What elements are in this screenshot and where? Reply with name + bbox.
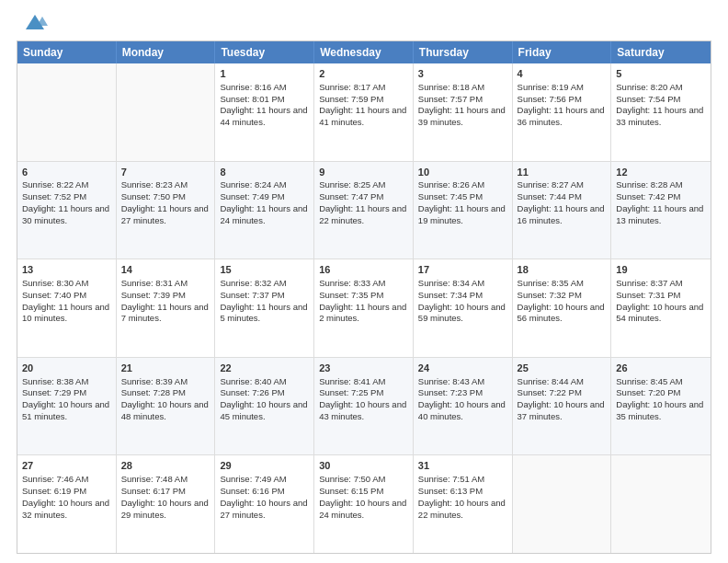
calendar-cell [117,63,216,161]
calendar-cell: 26Sunrise: 8:45 AM Sunset: 7:20 PM Dayli… [611,358,711,455]
day-info: Sunrise: 8:35 AM Sunset: 7:32 PM Dayligh… [518,278,605,323]
day-info: Sunrise: 7:46 AM Sunset: 6:19 PM Dayligh… [22,474,109,519]
day-number: 9 [319,166,408,179]
header-day-tuesday: Tuesday [215,41,314,63]
day-number: 3 [418,67,507,81]
calendar-cell: 18Sunrise: 8:35 AM Sunset: 7:32 PM Dayli… [513,259,612,357]
calendar-cell: 30Sunrise: 7:50 AM Sunset: 6:15 PM Dayli… [314,455,414,553]
day-info: Sunrise: 7:49 AM Sunset: 6:16 PM Dayligh… [220,474,307,519]
day-number: 21 [121,362,210,375]
calendar-cell: 6Sunrise: 8:22 AM Sunset: 7:52 PM Daylig… [17,162,117,259]
header [17,15,711,37]
day-number: 14 [121,263,210,277]
day-number: 24 [418,362,507,375]
calendar-cell: 16Sunrise: 8:33 AM Sunset: 7:35 PM Dayli… [314,259,414,357]
calendar-week-1: 1Sunrise: 8:16 AM Sunset: 8:01 PM Daylig… [17,63,711,161]
day-info: Sunrise: 8:44 AM Sunset: 7:22 PM Dayligh… [518,376,605,421]
day-number: 5 [616,67,706,81]
header-day-friday: Friday [513,41,612,63]
header-day-sunday: Sunday [17,41,117,63]
header-day-saturday: Saturday [611,41,711,63]
calendar-cell: 12Sunrise: 8:28 AM Sunset: 7:42 PM Dayli… [611,162,711,259]
day-info: Sunrise: 8:25 AM Sunset: 7:47 PM Dayligh… [319,179,406,224]
header-day-wednesday: Wednesday [314,41,414,63]
day-info: Sunrise: 8:38 AM Sunset: 7:29 PM Dayligh… [22,376,109,421]
calendar-cell: 5Sunrise: 8:20 AM Sunset: 7:54 PM Daylig… [611,63,711,161]
day-info: Sunrise: 8:41 AM Sunset: 7:25 PM Dayligh… [319,376,406,421]
day-info: Sunrise: 8:17 AM Sunset: 7:59 PM Dayligh… [319,82,406,127]
day-number: 11 [518,166,607,179]
calendar-cell: 21Sunrise: 8:39 AM Sunset: 7:28 PM Dayli… [117,358,216,455]
day-info: Sunrise: 8:39 AM Sunset: 7:28 PM Dayligh… [121,376,209,421]
day-info: Sunrise: 8:26 AM Sunset: 7:45 PM Dayligh… [418,179,506,224]
day-info: Sunrise: 7:51 AM Sunset: 6:13 PM Dayligh… [418,474,506,519]
calendar-cell: 1Sunrise: 8:16 AM Sunset: 8:01 PM Daylig… [215,63,314,161]
day-info: Sunrise: 8:19 AM Sunset: 7:56 PM Dayligh… [518,82,605,127]
day-number: 29 [220,459,309,473]
calendar-cell: 3Sunrise: 8:18 AM Sunset: 7:57 PM Daylig… [414,63,513,161]
day-number: 25 [518,362,607,375]
day-number: 30 [319,459,408,473]
calendar-week-3: 13Sunrise: 8:30 AM Sunset: 7:40 PM Dayli… [17,259,711,357]
calendar: SundayMondayTuesdayWednesdayThursdayFrid… [17,40,711,554]
calendar-cell [513,455,612,553]
header-day-monday: Monday [117,41,216,63]
day-info: Sunrise: 8:30 AM Sunset: 7:40 PM Dayligh… [22,278,109,323]
day-info: Sunrise: 8:32 AM Sunset: 7:37 PM Dayligh… [220,278,307,323]
calendar-cell: 22Sunrise: 8:40 AM Sunset: 7:26 PM Dayli… [215,358,314,455]
calendar-cell: 11Sunrise: 8:27 AM Sunset: 7:44 PM Dayli… [513,162,612,259]
calendar-cell: 10Sunrise: 8:26 AM Sunset: 7:45 PM Dayli… [414,162,513,259]
logo [17,15,50,37]
calendar-cell: 31Sunrise: 7:51 AM Sunset: 6:13 PM Dayli… [414,455,513,553]
day-info: Sunrise: 8:31 AM Sunset: 7:39 PM Dayligh… [121,278,209,323]
day-number: 19 [616,263,706,277]
day-number: 20 [22,362,111,375]
day-number: 26 [616,362,706,375]
calendar-cell: 20Sunrise: 8:38 AM Sunset: 7:29 PM Dayli… [17,358,117,455]
calendar-week-4: 20Sunrise: 8:38 AM Sunset: 7:29 PM Dayli… [17,357,711,455]
day-number: 22 [220,362,309,375]
calendar-cell: 4Sunrise: 8:19 AM Sunset: 7:56 PM Daylig… [513,63,612,161]
day-info: Sunrise: 7:50 AM Sunset: 6:15 PM Dayligh… [319,474,406,519]
calendar-body: 1Sunrise: 8:16 AM Sunset: 8:01 PM Daylig… [17,63,711,553]
day-info: Sunrise: 8:24 AM Sunset: 7:49 PM Dayligh… [220,179,307,224]
day-number: 28 [121,459,210,473]
day-info: Sunrise: 8:45 AM Sunset: 7:20 PM Dayligh… [616,376,703,421]
day-number: 13 [22,263,111,277]
day-number: 10 [418,166,507,179]
day-number: 18 [518,263,607,277]
day-info: Sunrise: 8:18 AM Sunset: 7:57 PM Dayligh… [418,82,506,127]
header-day-thursday: Thursday [414,41,513,63]
day-number: 8 [220,166,309,179]
calendar-cell: 24Sunrise: 8:43 AM Sunset: 7:23 PM Dayli… [414,358,513,455]
calendar-cell: 15Sunrise: 8:32 AM Sunset: 7:37 PM Dayli… [215,259,314,357]
calendar-cell: 9Sunrise: 8:25 AM Sunset: 7:47 PM Daylig… [314,162,414,259]
day-info: Sunrise: 8:22 AM Sunset: 7:52 PM Dayligh… [22,179,109,224]
calendar-cell: 7Sunrise: 8:23 AM Sunset: 7:50 PM Daylig… [117,162,216,259]
day-info: Sunrise: 8:28 AM Sunset: 7:42 PM Dayligh… [616,179,703,224]
calendar-cell: 25Sunrise: 8:44 AM Sunset: 7:22 PM Dayli… [513,358,612,455]
day-number: 4 [518,67,607,81]
day-info: Sunrise: 8:37 AM Sunset: 7:31 PM Dayligh… [616,278,703,323]
day-info: Sunrise: 7:48 AM Sunset: 6:17 PM Dayligh… [121,474,209,519]
day-info: Sunrise: 8:27 AM Sunset: 7:44 PM Dayligh… [518,179,605,224]
day-info: Sunrise: 8:33 AM Sunset: 7:35 PM Dayligh… [319,278,406,323]
day-number: 16 [319,263,408,277]
day-number: 17 [418,263,507,277]
calendar-cell: 2Sunrise: 8:17 AM Sunset: 7:59 PM Daylig… [314,63,414,161]
day-number: 23 [319,362,408,375]
calendar-header: SundayMondayTuesdayWednesdayThursdayFrid… [17,41,711,63]
calendar-cell: 19Sunrise: 8:37 AM Sunset: 7:31 PM Dayli… [611,259,711,357]
day-number: 6 [22,166,111,179]
calendar-cell: 23Sunrise: 8:41 AM Sunset: 7:25 PM Dayli… [314,358,414,455]
calendar-cell [611,455,711,553]
day-info: Sunrise: 8:40 AM Sunset: 7:26 PM Dayligh… [220,376,307,421]
calendar-cell: 13Sunrise: 8:30 AM Sunset: 7:40 PM Dayli… [17,259,117,357]
day-info: Sunrise: 8:20 AM Sunset: 7:54 PM Dayligh… [616,82,703,127]
calendar-cell [17,63,117,161]
calendar-cell: 17Sunrise: 8:34 AM Sunset: 7:34 PM Dayli… [414,259,513,357]
day-number: 12 [616,166,706,179]
calendar-cell: 29Sunrise: 7:49 AM Sunset: 6:16 PM Dayli… [215,455,314,553]
day-number: 31 [418,459,507,473]
day-info: Sunrise: 8:23 AM Sunset: 7:50 PM Dayligh… [121,179,209,224]
